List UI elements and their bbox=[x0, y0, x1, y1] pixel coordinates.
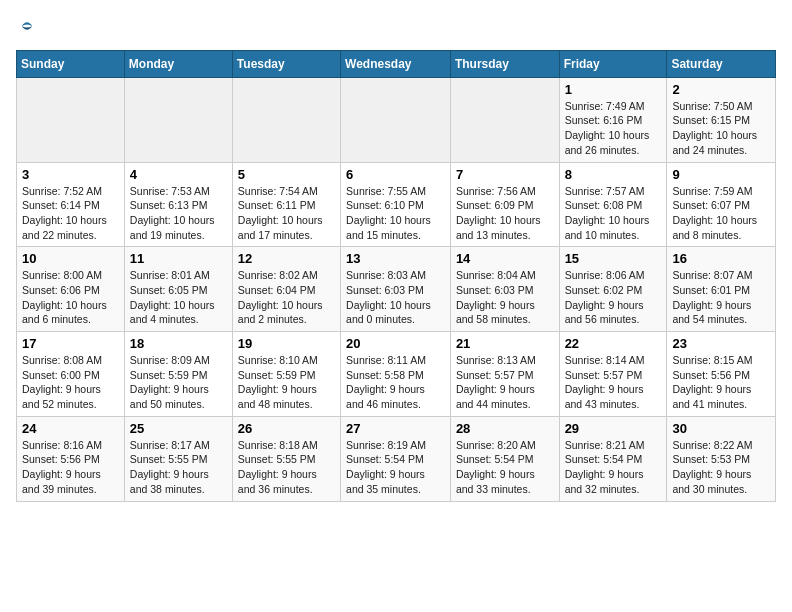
logo-icon bbox=[18, 17, 36, 35]
calendar-cell: 14Sunrise: 8:04 AM Sunset: 6:03 PM Dayli… bbox=[450, 247, 559, 332]
day-info: Sunrise: 7:56 AM Sunset: 6:09 PM Dayligh… bbox=[456, 184, 554, 243]
calendar-cell: 19Sunrise: 8:10 AM Sunset: 5:59 PM Dayli… bbox=[232, 332, 340, 417]
day-number: 27 bbox=[346, 421, 445, 436]
calendar-cell: 15Sunrise: 8:06 AM Sunset: 6:02 PM Dayli… bbox=[559, 247, 667, 332]
day-info: Sunrise: 8:03 AM Sunset: 6:03 PM Dayligh… bbox=[346, 268, 445, 327]
day-info: Sunrise: 8:21 AM Sunset: 5:54 PM Dayligh… bbox=[565, 438, 662, 497]
day-info: Sunrise: 8:15 AM Sunset: 5:56 PM Dayligh… bbox=[672, 353, 770, 412]
calendar-cell: 9Sunrise: 7:59 AM Sunset: 6:07 PM Daylig… bbox=[667, 162, 776, 247]
day-number: 7 bbox=[456, 167, 554, 182]
day-number: 4 bbox=[130, 167, 227, 182]
weekday-header: Sunday bbox=[17, 50, 125, 77]
day-info: Sunrise: 7:53 AM Sunset: 6:13 PM Dayligh… bbox=[130, 184, 227, 243]
day-info: Sunrise: 7:57 AM Sunset: 6:08 PM Dayligh… bbox=[565, 184, 662, 243]
day-number: 23 bbox=[672, 336, 770, 351]
day-number: 20 bbox=[346, 336, 445, 351]
day-info: Sunrise: 8:11 AM Sunset: 5:58 PM Dayligh… bbox=[346, 353, 445, 412]
calendar-cell: 10Sunrise: 8:00 AM Sunset: 6:06 PM Dayli… bbox=[17, 247, 125, 332]
calendar-cell: 23Sunrise: 8:15 AM Sunset: 5:56 PM Dayli… bbox=[667, 332, 776, 417]
calendar-cell bbox=[232, 77, 340, 162]
day-info: Sunrise: 8:20 AM Sunset: 5:54 PM Dayligh… bbox=[456, 438, 554, 497]
calendar-week-row: 10Sunrise: 8:00 AM Sunset: 6:06 PM Dayli… bbox=[17, 247, 776, 332]
day-number: 26 bbox=[238, 421, 335, 436]
day-info: Sunrise: 8:09 AM Sunset: 5:59 PM Dayligh… bbox=[130, 353, 227, 412]
day-info: Sunrise: 8:19 AM Sunset: 5:54 PM Dayligh… bbox=[346, 438, 445, 497]
day-number: 2 bbox=[672, 82, 770, 97]
calendar-cell: 29Sunrise: 8:21 AM Sunset: 5:54 PM Dayli… bbox=[559, 416, 667, 501]
calendar-cell bbox=[341, 77, 451, 162]
calendar-cell: 28Sunrise: 8:20 AM Sunset: 5:54 PM Dayli… bbox=[450, 416, 559, 501]
calendar-cell: 12Sunrise: 8:02 AM Sunset: 6:04 PM Dayli… bbox=[232, 247, 340, 332]
weekday-header: Saturday bbox=[667, 50, 776, 77]
calendar-cell: 1Sunrise: 7:49 AM Sunset: 6:16 PM Daylig… bbox=[559, 77, 667, 162]
calendar-week-row: 3Sunrise: 7:52 AM Sunset: 6:14 PM Daylig… bbox=[17, 162, 776, 247]
calendar-cell: 26Sunrise: 8:18 AM Sunset: 5:55 PM Dayli… bbox=[232, 416, 340, 501]
weekday-header: Monday bbox=[124, 50, 232, 77]
calendar-cell: 25Sunrise: 8:17 AM Sunset: 5:55 PM Dayli… bbox=[124, 416, 232, 501]
weekday-header: Tuesday bbox=[232, 50, 340, 77]
day-info: Sunrise: 7:50 AM Sunset: 6:15 PM Dayligh… bbox=[672, 99, 770, 158]
calendar-cell: 11Sunrise: 8:01 AM Sunset: 6:05 PM Dayli… bbox=[124, 247, 232, 332]
day-info: Sunrise: 8:10 AM Sunset: 5:59 PM Dayligh… bbox=[238, 353, 335, 412]
day-info: Sunrise: 8:22 AM Sunset: 5:53 PM Dayligh… bbox=[672, 438, 770, 497]
calendar-week-row: 1Sunrise: 7:49 AM Sunset: 6:16 PM Daylig… bbox=[17, 77, 776, 162]
weekday-header-row: SundayMondayTuesdayWednesdayThursdayFrid… bbox=[17, 50, 776, 77]
day-info: Sunrise: 7:49 AM Sunset: 6:16 PM Dayligh… bbox=[565, 99, 662, 158]
calendar-cell: 21Sunrise: 8:13 AM Sunset: 5:57 PM Dayli… bbox=[450, 332, 559, 417]
calendar-cell: 6Sunrise: 7:55 AM Sunset: 6:10 PM Daylig… bbox=[341, 162, 451, 247]
day-number: 1 bbox=[565, 82, 662, 97]
day-info: Sunrise: 8:14 AM Sunset: 5:57 PM Dayligh… bbox=[565, 353, 662, 412]
day-info: Sunrise: 8:18 AM Sunset: 5:55 PM Dayligh… bbox=[238, 438, 335, 497]
day-number: 16 bbox=[672, 251, 770, 266]
calendar-cell: 3Sunrise: 7:52 AM Sunset: 6:14 PM Daylig… bbox=[17, 162, 125, 247]
calendar-cell bbox=[17, 77, 125, 162]
calendar-week-row: 17Sunrise: 8:08 AM Sunset: 6:00 PM Dayli… bbox=[17, 332, 776, 417]
day-number: 25 bbox=[130, 421, 227, 436]
day-number: 29 bbox=[565, 421, 662, 436]
day-number: 3 bbox=[22, 167, 119, 182]
day-number: 15 bbox=[565, 251, 662, 266]
day-number: 9 bbox=[672, 167, 770, 182]
day-number: 19 bbox=[238, 336, 335, 351]
day-number: 18 bbox=[130, 336, 227, 351]
calendar-cell: 5Sunrise: 7:54 AM Sunset: 6:11 PM Daylig… bbox=[232, 162, 340, 247]
day-number: 28 bbox=[456, 421, 554, 436]
calendar-cell: 8Sunrise: 7:57 AM Sunset: 6:08 PM Daylig… bbox=[559, 162, 667, 247]
day-number: 12 bbox=[238, 251, 335, 266]
calendar-cell: 16Sunrise: 8:07 AM Sunset: 6:01 PM Dayli… bbox=[667, 247, 776, 332]
day-info: Sunrise: 7:54 AM Sunset: 6:11 PM Dayligh… bbox=[238, 184, 335, 243]
day-info: Sunrise: 8:00 AM Sunset: 6:06 PM Dayligh… bbox=[22, 268, 119, 327]
day-info: Sunrise: 7:52 AM Sunset: 6:14 PM Dayligh… bbox=[22, 184, 119, 243]
calendar-cell: 27Sunrise: 8:19 AM Sunset: 5:54 PM Dayli… bbox=[341, 416, 451, 501]
day-number: 11 bbox=[130, 251, 227, 266]
calendar-cell: 2Sunrise: 7:50 AM Sunset: 6:15 PM Daylig… bbox=[667, 77, 776, 162]
day-number: 22 bbox=[565, 336, 662, 351]
day-info: Sunrise: 8:07 AM Sunset: 6:01 PM Dayligh… bbox=[672, 268, 770, 327]
day-info: Sunrise: 8:08 AM Sunset: 6:00 PM Dayligh… bbox=[22, 353, 119, 412]
calendar-cell: 7Sunrise: 7:56 AM Sunset: 6:09 PM Daylig… bbox=[450, 162, 559, 247]
calendar-cell: 24Sunrise: 8:16 AM Sunset: 5:56 PM Dayli… bbox=[17, 416, 125, 501]
day-info: Sunrise: 8:06 AM Sunset: 6:02 PM Dayligh… bbox=[565, 268, 662, 327]
day-info: Sunrise: 8:02 AM Sunset: 6:04 PM Dayligh… bbox=[238, 268, 335, 327]
weekday-header: Thursday bbox=[450, 50, 559, 77]
day-info: Sunrise: 8:04 AM Sunset: 6:03 PM Dayligh… bbox=[456, 268, 554, 327]
calendar-cell: 13Sunrise: 8:03 AM Sunset: 6:03 PM Dayli… bbox=[341, 247, 451, 332]
day-info: Sunrise: 7:55 AM Sunset: 6:10 PM Dayligh… bbox=[346, 184, 445, 243]
logo bbox=[16, 16, 36, 36]
calendar-week-row: 24Sunrise: 8:16 AM Sunset: 5:56 PM Dayli… bbox=[17, 416, 776, 501]
day-number: 6 bbox=[346, 167, 445, 182]
day-info: Sunrise: 8:01 AM Sunset: 6:05 PM Dayligh… bbox=[130, 268, 227, 327]
day-number: 5 bbox=[238, 167, 335, 182]
day-info: Sunrise: 8:17 AM Sunset: 5:55 PM Dayligh… bbox=[130, 438, 227, 497]
day-info: Sunrise: 8:16 AM Sunset: 5:56 PM Dayligh… bbox=[22, 438, 119, 497]
calendar-cell: 20Sunrise: 8:11 AM Sunset: 5:58 PM Dayli… bbox=[341, 332, 451, 417]
calendar-cell: 17Sunrise: 8:08 AM Sunset: 6:00 PM Dayli… bbox=[17, 332, 125, 417]
calendar-cell: 22Sunrise: 8:14 AM Sunset: 5:57 PM Dayli… bbox=[559, 332, 667, 417]
day-number: 10 bbox=[22, 251, 119, 266]
day-number: 8 bbox=[565, 167, 662, 182]
calendar-cell: 4Sunrise: 7:53 AM Sunset: 6:13 PM Daylig… bbox=[124, 162, 232, 247]
day-number: 24 bbox=[22, 421, 119, 436]
day-number: 17 bbox=[22, 336, 119, 351]
day-number: 21 bbox=[456, 336, 554, 351]
weekday-header: Wednesday bbox=[341, 50, 451, 77]
